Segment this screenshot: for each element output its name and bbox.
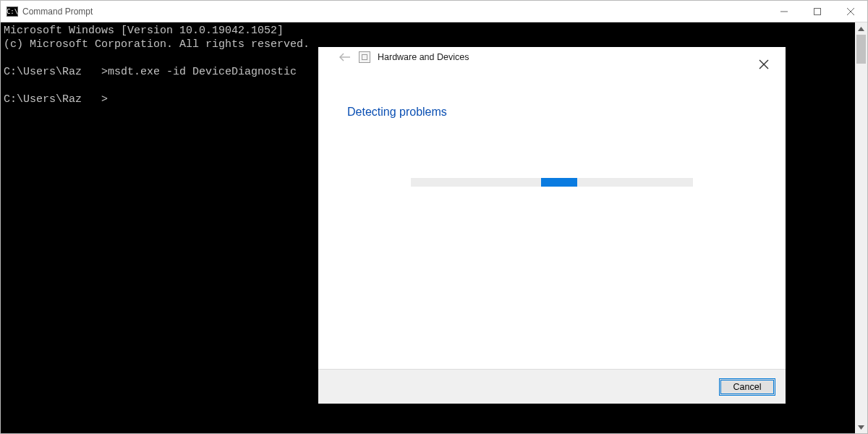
progress-bar <box>411 178 693 187</box>
cmd-icon: C:\ <box>7 7 18 17</box>
progress-fill <box>541 178 577 187</box>
scroll-down-arrow-icon[interactable] <box>855 421 867 433</box>
scroll-up-arrow-icon[interactable] <box>855 22 867 35</box>
terminal-line: C:\Users\Raz >msdt.exe -id DeviceDiagnos… <box>4 66 297 78</box>
minimize-button[interactable] <box>767 1 801 22</box>
terminal-line: Microsoft Windows [Version 10.0.19042.10… <box>4 25 284 37</box>
terminal-line: C:\Users\Raz > <box>4 93 108 106</box>
close-button[interactable] <box>834 1 867 22</box>
troubleshooter-dialog: Hardware and Devices Detecting problems … <box>318 47 786 404</box>
cancel-button[interactable]: Cancel <box>719 378 775 396</box>
dialog-footer: Cancel <box>318 369 786 404</box>
titlebar[interactable]: C:\ Command Prompt <box>1 1 867 22</box>
maximize-button[interactable] <box>801 1 834 22</box>
window-title: Command Prompt <box>22 7 93 17</box>
dialog-close-button[interactable] <box>757 57 771 72</box>
dialog-title: Hardware and Devices <box>378 52 469 62</box>
terminal-line: (c) Microsoft Corporation. All rights re… <box>4 38 310 51</box>
dialog-heading: Detecting problems <box>318 87 786 119</box>
hardware-icon <box>359 51 370 63</box>
scrollbar[interactable] <box>855 22 867 433</box>
back-arrow-icon <box>339 51 352 64</box>
scroll-thumb[interactable] <box>856 35 866 64</box>
svg-rect-1 <box>814 8 821 14</box>
